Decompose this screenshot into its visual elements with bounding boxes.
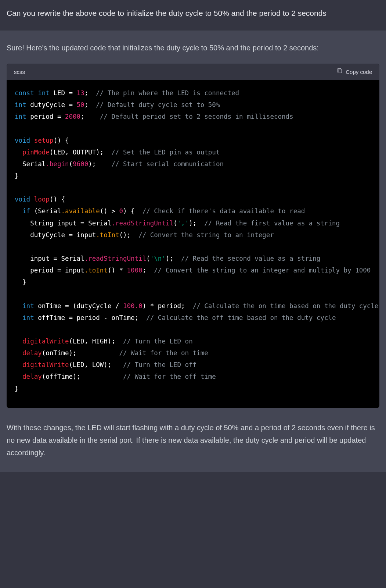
assistant-intro: Sure! Here's the updated code that initi…: [7, 42, 379, 54]
user-message-text: Can you rewrite the above code to initia…: [7, 9, 327, 17]
code-block: scss Copy code const int LED = 13; // Th…: [7, 64, 379, 408]
svg-rect-0: [339, 69, 342, 73]
clipboard-icon: [337, 67, 343, 77]
code-block-header: scss Copy code: [7, 64, 379, 81]
assistant-message: Sure! Here's the updated code that initi…: [0, 31, 386, 472]
code-language-label: scss: [14, 67, 25, 77]
code-content[interactable]: const int LED = 13; // The pin where the…: [7, 80, 379, 408]
copy-code-label: Copy code: [346, 67, 372, 77]
copy-code-button[interactable]: Copy code: [337, 67, 372, 77]
user-message: Can you rewrite the above code to initia…: [0, 0, 386, 31]
assistant-outro: With these changes, the LED will start f…: [7, 421, 379, 459]
